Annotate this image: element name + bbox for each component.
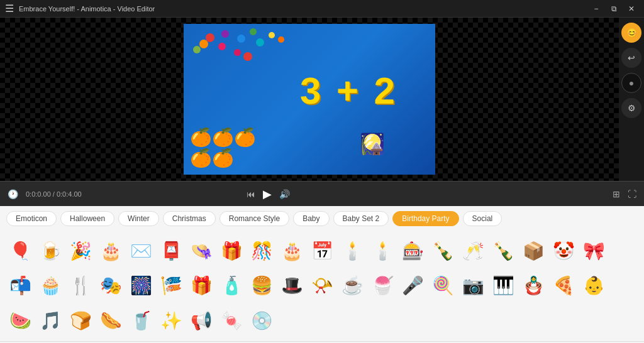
pinwheel-decoration: 🎑 xyxy=(360,132,385,156)
sticker-item[interactable]: 🎀 xyxy=(579,234,609,268)
sticker-item[interactable]: 🎰 xyxy=(397,234,428,268)
sticker-item[interactable]: ☕ xyxy=(337,269,367,303)
tab-christmas[interactable]: Christmas xyxy=(163,211,216,226)
sticker-item[interactable]: 🎵 xyxy=(35,303,65,337)
sticker-item[interactable]: 🍾 xyxy=(488,234,518,268)
main-area: 3 + 2 🍊🍊🍊🍊🍊 🎑 😊 ↩ ● ⚙ xyxy=(0,18,644,181)
sticker-item[interactable]: 🍉 xyxy=(5,303,35,337)
sticker-item[interactable]: ✉️ xyxy=(126,234,156,268)
sticker-item[interactable]: 🧴 xyxy=(216,269,247,303)
undo-button[interactable]: ↩ xyxy=(621,48,641,68)
sticker-item[interactable]: 🎏 xyxy=(156,269,186,303)
sticker-item[interactable]: 🧁 xyxy=(35,269,65,303)
tab-romance[interactable]: Romance Style xyxy=(219,211,289,226)
sticker-item[interactable]: 👶 xyxy=(579,269,609,303)
sticker-item[interactable]: 🥤 xyxy=(126,303,156,337)
sticker-item[interactable]: 🕯️ xyxy=(337,234,367,268)
sticker-item[interactable]: 🍧 xyxy=(367,269,397,303)
tab-winter[interactable]: Winter xyxy=(118,211,159,226)
fullscreen-button[interactable]: ⛶ xyxy=(628,189,636,199)
tab-babyset2[interactable]: Baby Set 2 xyxy=(333,211,389,226)
category-tabs: Emoticon Halloween Winter Christmas Roma… xyxy=(0,206,644,231)
time-display: 0:0:0.00 / 0:0:4.00 xyxy=(26,190,82,198)
clock-icon: 🕐 xyxy=(8,189,18,199)
video-preview-bg: 3 + 2 🍊🍊🍊🍊🍊 🎑 xyxy=(184,24,435,175)
video-canvas: 3 + 2 🍊🍊🍊🍊🍊 🎑 xyxy=(0,18,619,181)
sticker-item[interactable]: 🍔 xyxy=(247,269,277,303)
sticker-item[interactable]: 📢 xyxy=(186,303,216,337)
tab-birthday[interactable]: Birthday Party xyxy=(392,211,458,226)
sticker-item[interactable]: 🕯️ xyxy=(367,234,397,268)
sticker-item[interactable]: 📅 xyxy=(307,234,337,268)
right-sidebar: 😊 ↩ ● ⚙ xyxy=(619,18,644,181)
restore-button[interactable]: ⧉ xyxy=(606,3,621,15)
sticker-item[interactable]: 📬 xyxy=(5,269,35,303)
titlebar-left: ☰ Embrace Yourself! - Animotica - Video … xyxy=(5,3,155,14)
tab-social[interactable]: Social xyxy=(463,211,502,226)
minimize-button[interactable]: − xyxy=(589,3,604,15)
sticker-item[interactable]: 📦 xyxy=(518,234,548,268)
sticker-item[interactable]: 🎊 xyxy=(247,234,277,268)
play-button[interactable]: ▶ xyxy=(263,187,272,201)
sticker-panel: Emoticon Halloween Winter Christmas Roma… xyxy=(0,206,644,341)
sticker-item[interactable]: 🎩 xyxy=(277,269,307,303)
tab-baby[interactable]: Baby xyxy=(293,211,329,226)
circle-tool[interactable]: ● xyxy=(621,73,641,93)
playback-controls: ⏮ ▶ 🔊 xyxy=(247,187,290,201)
sticker-item[interactable]: 🎤 xyxy=(397,269,428,303)
sticker-item[interactable]: 🤡 xyxy=(548,234,579,268)
sticker-item[interactable]: 🎹 xyxy=(488,269,518,303)
sticker-item[interactable]: 🌭 xyxy=(96,303,126,337)
titlebar-controls: − ⧉ ✕ xyxy=(589,3,639,15)
volume-icon[interactable]: 🔊 xyxy=(279,189,290,199)
sticker-item[interactable]: 📯 xyxy=(307,269,337,303)
sticker-item[interactable]: ✨ xyxy=(156,303,186,337)
sticker-item[interactable]: 🍞 xyxy=(65,303,96,337)
close-window-button[interactable]: ✕ xyxy=(624,3,639,15)
sticker-item[interactable]: 🍴 xyxy=(65,269,96,303)
sticker-item[interactable]: 🎂 xyxy=(96,234,126,268)
video-preview: 3 + 2 🍊🍊🍊🍊🍊 🎑 xyxy=(184,24,435,175)
settings-button[interactable]: ⚙ xyxy=(621,98,641,118)
candy-decoration xyxy=(187,27,281,90)
sticker-item[interactable]: 🎁 xyxy=(216,234,247,268)
menu-icon[interactable]: ☰ xyxy=(5,3,14,14)
sticker-item[interactable]: 🍾 xyxy=(428,234,458,268)
sticker-item[interactable]: 🎆 xyxy=(126,269,156,303)
sticker-item[interactable]: 🎉 xyxy=(65,234,96,268)
titlebar-title: Embrace Yourself! - Animotica - Video Ed… xyxy=(19,5,155,13)
sticker-item[interactable]: 🎈 xyxy=(5,234,35,268)
titlebar: ☰ Embrace Yourself! - Animotica - Video … xyxy=(0,0,644,18)
grid-view-button[interactable]: ⊞ xyxy=(613,189,620,199)
sticker-item[interactable]: 🍬 xyxy=(216,303,247,337)
sticker-item[interactable]: 🎂 xyxy=(277,234,307,268)
skip-back-icon[interactable]: ⏮ xyxy=(247,189,255,199)
sticker-item[interactable]: 🎁 xyxy=(186,269,216,303)
sticker-item[interactable]: 📷 xyxy=(458,269,488,303)
tab-halloween[interactable]: Halloween xyxy=(60,211,114,226)
tab-emoticon[interactable]: Emoticon xyxy=(6,211,57,226)
sticker-grid: 🎈🍺🎉🎂✉️📮👒🎁🎊🎂📅🕯️🕯️🎰🍾🥂🍾📦🤡🎀📬🧁🍴🎭🎆🎏🎁🧴🍔🎩📯☕🍧🎤🍭📷🎹… xyxy=(0,231,644,341)
math-display: 3 + 2 xyxy=(300,69,397,112)
sticker-item[interactable]: 🥂 xyxy=(458,234,488,268)
sticker-item[interactable]: 💿 xyxy=(247,303,277,337)
sticker-item[interactable]: 🍺 xyxy=(35,234,65,268)
sticker-item[interactable]: 🍭 xyxy=(428,269,458,303)
tangerine-decoration: 🍊🍊🍊🍊🍊 xyxy=(190,127,256,168)
sticker-item[interactable]: 📮 xyxy=(156,234,186,268)
emoji-avatar[interactable]: 😊 xyxy=(621,23,641,43)
playback-bar: 🕐 0:0:0.00 / 0:0:4.00 ⏮ ▶ 🔊 ⊞ ⛶ xyxy=(0,181,644,206)
sticker-item[interactable]: 👒 xyxy=(186,234,216,268)
sticker-item[interactable]: 🍕 xyxy=(548,269,579,303)
sticker-item[interactable]: 🎭 xyxy=(96,269,126,303)
sticker-item[interactable]: 🪆 xyxy=(518,269,548,303)
